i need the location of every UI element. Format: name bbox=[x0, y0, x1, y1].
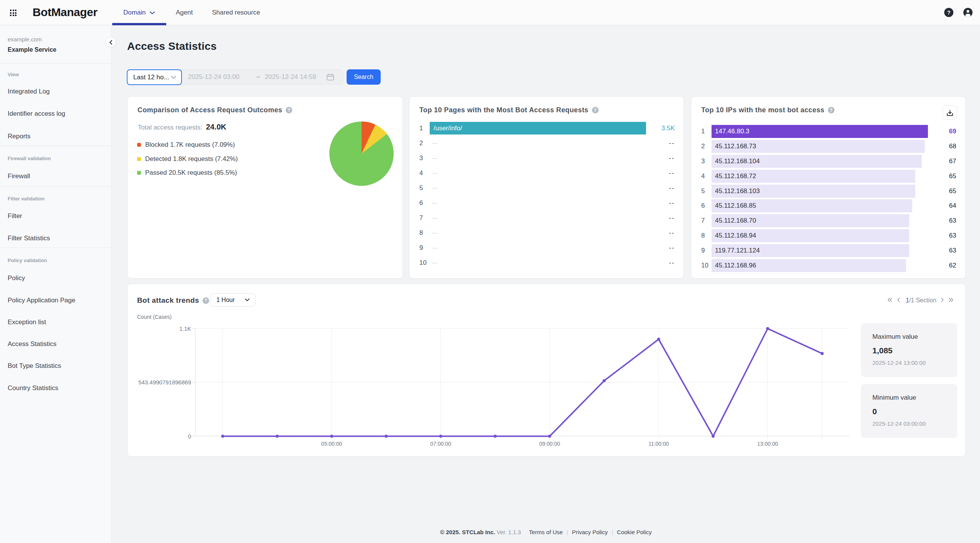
svg-text:11:00:00: 11:00:00 bbox=[648, 441, 669, 447]
svg-text:543.4990791896869: 543.4990791896869 bbox=[138, 379, 191, 386]
svg-text:0: 0 bbox=[188, 433, 191, 440]
svg-text:?: ? bbox=[947, 10, 951, 16]
svg-text:13:00:00: 13:00:00 bbox=[757, 441, 778, 447]
svg-text:07:00:00: 07:00:00 bbox=[430, 441, 451, 447]
svg-text:09:00:00: 09:00:00 bbox=[539, 441, 560, 447]
svg-text:1.1K: 1.1K bbox=[179, 325, 191, 332]
svg-text:05:00:00: 05:00:00 bbox=[321, 441, 342, 447]
